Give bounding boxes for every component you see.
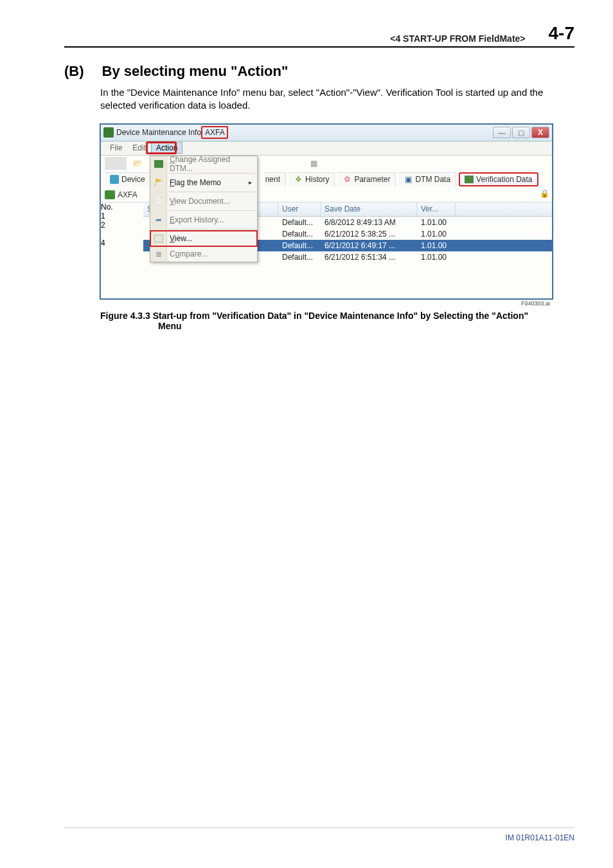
- flag-icon: [155, 178, 163, 187]
- history-icon: ❖: [294, 175, 303, 184]
- change-dtm-icon: [154, 160, 163, 168]
- compare-icon: [154, 249, 164, 259]
- minimize-button[interactable]: —: [493, 127, 511, 138]
- toolbar-gray-icon: [105, 157, 127, 170]
- axfa-label: AXFA: [118, 190, 138, 199]
- maximize-button[interactable]: ▢: [512, 127, 530, 138]
- axfa-icon: [105, 190, 115, 199]
- row-number-selected[interactable]: 3: [101, 230, 143, 239]
- window-title-a: Device Maintenance Info: [116, 128, 201, 137]
- header-section: <4 START-UP FROM FieldMate>: [390, 33, 525, 44]
- export-icon: [154, 215, 164, 225]
- row-number[interactable]: 2: [101, 221, 143, 230]
- menu-change-assigned-dtm[interactable]: Change Assigned DTM...: [150, 156, 257, 172]
- menubar: File Edit Action: [101, 141, 552, 156]
- page-header: <4 START-UP FROM FieldMate> 4-7: [64, 23, 574, 48]
- page-footer: IM 01R01A11-01EN: [64, 827, 574, 842]
- menu-view-document[interactable]: View Document...: [150, 194, 257, 209]
- view-icon: [154, 235, 163, 242]
- document-icon: [154, 196, 164, 206]
- tab-history[interactable]: ❖History: [289, 172, 335, 186]
- app-icon: [103, 127, 114, 138]
- toolbar-area: 📂 ▦ Device nent ❖History ⚙Parameter ▣DTM…: [101, 156, 552, 298]
- section-heading: (B) By selecting menu "Action": [64, 63, 574, 80]
- menu-file[interactable]: File: [105, 142, 127, 154]
- tab-parameter[interactable]: ⚙Parameter: [337, 172, 396, 186]
- title-highlight: [201, 126, 228, 139]
- parameter-icon: ⚙: [342, 175, 351, 184]
- device-icon: [110, 175, 119, 184]
- menu-export-history[interactable]: Export History...: [150, 212, 257, 228]
- column-header-ver[interactable]: Ver...: [417, 203, 456, 216]
- app-window: Device Maintenance Info AXFA — ▢ X File …: [100, 124, 553, 299]
- menu-view[interactable]: View...: [150, 231, 257, 246]
- action-dropdown: Change Assigned DTM... Flag the Memo▸ Vi…: [150, 156, 258, 262]
- column-header-save-date[interactable]: Save Date: [321, 203, 417, 216]
- dtm-icon: ▣: [404, 175, 413, 184]
- dropdown-separator: [168, 173, 256, 174]
- dropdown-separator: [168, 229, 256, 230]
- dropdown-separator: [168, 192, 256, 192]
- dropdown-separator: [168, 210, 256, 211]
- row-number[interactable]: 4: [101, 239, 143, 248]
- toolbar-open-icon[interactable]: 📂: [130, 157, 145, 170]
- close-button[interactable]: X: [531, 127, 549, 138]
- column-header-user[interactable]: User: [278, 203, 321, 216]
- submenu-arrow-icon: ▸: [249, 179, 252, 186]
- figure-source-row: F040303.ai: [100, 300, 553, 307]
- section-tag: (B): [64, 63, 84, 80]
- action-highlight: [146, 141, 177, 154]
- row-number[interactable]: 1: [101, 212, 143, 221]
- lock-icon: 🔒: [540, 189, 549, 198]
- section-body: In the "Device Maintenance Info" menu ba…: [100, 86, 574, 113]
- header-page: 4-7: [549, 23, 574, 44]
- figure-caption: Figure 4.3.3 Start-up from "Verification…: [100, 311, 574, 331]
- toolbar-small-icon: ▦: [306, 157, 321, 170]
- footer-doc-id: IM 01R01A11-01EN: [506, 833, 574, 842]
- tab-dtm-data[interactable]: ▣DTM Data: [398, 172, 456, 186]
- tab-device[interactable]: Device: [105, 172, 151, 186]
- titlebar: Device Maintenance Info AXFA — ▢ X: [101, 125, 552, 141]
- section-title: By selecting menu "Action": [102, 63, 289, 80]
- tab-nent[interactable]: nent: [264, 172, 286, 186]
- tab-verification-data[interactable]: Verification Data: [459, 172, 538, 186]
- figure-source: F040303.ai: [521, 300, 550, 307]
- menu-compare[interactable]: Compare...: [150, 246, 257, 262]
- menu-flag-memo[interactable]: Flag the Memo▸: [150, 175, 257, 190]
- verification-icon: [465, 176, 474, 183]
- column-header-no[interactable]: No.: [101, 203, 143, 212]
